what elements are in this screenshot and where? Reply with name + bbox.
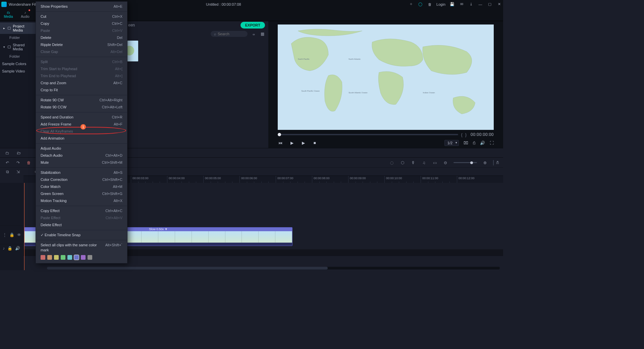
window-maximize[interactable]: ▢	[487, 2, 492, 7]
menu-separator	[36, 206, 127, 206]
horizontal-scrollbar[interactable]	[47, 267, 500, 269]
window-close[interactable]: ✕	[496, 2, 502, 7]
context-menu-item[interactable]: CutCtrl+X	[36, 13, 127, 20]
context-menu-item[interactable]: Crop and ZoomAlt+C	[36, 80, 127, 87]
lock-icon[interactable]: 🔒	[9, 233, 14, 237]
login-link[interactable]: Login	[436, 2, 445, 6]
fullscreen-icon[interactable]: ⛶	[490, 141, 494, 145]
tips-icon[interactable]: ✧	[408, 2, 414, 7]
export-button[interactable]: EXPORT	[240, 22, 265, 29]
filter-icon[interactable]: ⏛	[251, 31, 256, 37]
save-icon[interactable]: 💾	[449, 2, 455, 7]
open-folder-icon[interactable]: 🗀	[5, 150, 10, 156]
ruler-tick: 00:00:07:00	[276, 176, 293, 183]
zoom-slider-handle[interactable]	[470, 161, 473, 164]
search-input-field[interactable]	[218, 32, 241, 36]
context-menu-item[interactable]: Crop to Fit	[36, 87, 127, 94]
color-swatch[interactable]	[81, 255, 86, 260]
context-menu-item[interactable]: Copy EffectCtrl+Alt+C	[36, 207, 127, 214]
color-swatch[interactable]	[41, 255, 45, 260]
zoom-fit-icon[interactable]: ⫚	[493, 160, 498, 165]
video-track-header[interactable]: ⋮ 🔒 👁	[0, 225, 23, 244]
sidebar-item-shared-media[interactable]: ▾Shared Media	[0, 41, 36, 53]
save-project-icon[interactable]: 🗁	[16, 150, 21, 156]
ruler-tick: 00:00:05:00	[203, 176, 221, 183]
volume-icon[interactable]: 🔊	[480, 141, 485, 145]
lock-icon[interactable]: 🔒	[7, 246, 12, 251]
support-icon[interactable]: ◯	[418, 2, 423, 7]
zoom-out-icon[interactable]: ⊖	[443, 160, 448, 165]
context-menu-item[interactable]: Rotate 90 CWCtrl+Alt+Right	[36, 97, 127, 104]
context-menu-item[interactable]: Delete Effect	[36, 221, 127, 229]
sidebar-item-folder[interactable]: Folder	[0, 34, 36, 41]
context-menu-item[interactable]: Select all clips with the same color mar…	[36, 242, 127, 254]
download-icon[interactable]: ⤓	[468, 2, 474, 7]
timeline-playhead[interactable]	[24, 183, 24, 270]
display-icon[interactable]: ⌧	[464, 141, 468, 145]
context-menu-item[interactable]: Color MatchAlt+M	[36, 183, 127, 190]
context-menu-item[interactable]: DeleteDel	[36, 34, 127, 41]
mark-out-icon[interactable]: }	[465, 132, 467, 137]
color-swatch[interactable]	[54, 255, 59, 260]
prev-frame-button[interactable]: ⏮	[278, 140, 283, 146]
zoom-in-icon[interactable]: ⊕	[482, 160, 488, 165]
voiceover-icon[interactable]: 🎙	[411, 160, 416, 165]
crop-icon[interactable]: ▭	[432, 160, 437, 165]
paste-clip-icon[interactable]: ⇲	[15, 169, 21, 174]
track-menu-icon[interactable]: ⋮	[3, 233, 7, 237]
next-frame-button[interactable]: ▶	[301, 140, 306, 146]
context-menu-item[interactable]: Show PropertiesAlt+E	[36, 3, 127, 10]
context-menu-item[interactable]: Ripple DeleteShift+Del	[36, 41, 127, 48]
mail-icon[interactable]: ✉	[459, 2, 464, 7]
sidebar-item-sample-video[interactable]: Sample Video	[0, 67, 36, 75]
color-swatch[interactable]	[74, 255, 79, 260]
menu-separator	[36, 143, 127, 144]
sidebar-item-sample-colors[interactable]: Sample Colors	[0, 60, 36, 67]
scrub-handle[interactable]	[278, 133, 281, 136]
redo-icon[interactable]: ↷	[15, 160, 21, 165]
context-menu-item[interactable]: ✓Enable Timeline Snap	[36, 232, 127, 239]
context-menu-item[interactable]: Rotate 90 CCWCtrl+Alt+Left	[36, 104, 127, 111]
color-swatch[interactable]	[47, 255, 52, 260]
audio-track-header[interactable]: ♪ 🔒 🔊	[0, 244, 23, 252]
scrollbar-thumb[interactable]	[47, 267, 328, 269]
mode-tab-audio[interactable]: ♪ Audio	[17, 8, 34, 21]
scrub-slider[interactable]	[278, 134, 458, 135]
context-menu-item[interactable]: Detach AudioCtrl+Alt+D	[36, 152, 127, 159]
stop-button[interactable]: ■	[312, 140, 317, 146]
context-menu-item[interactable]: Green ScreenCtrl+Shift+G	[36, 190, 127, 197]
play-button[interactable]: ▶	[289, 140, 294, 146]
sidebar-item-folder2[interactable]: Folder	[0, 53, 36, 60]
preview-quality-select[interactable]: 1/2	[444, 140, 459, 146]
color-swatch[interactable]	[67, 255, 72, 260]
context-menu-item[interactable]: Speed and DurationCtrl+R	[36, 114, 127, 121]
zoom-slider[interactable]	[453, 162, 477, 163]
render-icon[interactable]: ◌	[389, 160, 394, 165]
preview-canvas[interactable]: South Pacific Ocean South Atlantic Ocean…	[278, 24, 494, 130]
undo-icon[interactable]: ↶	[5, 160, 10, 165]
delete-icon[interactable]: 🗑	[26, 160, 32, 165]
search-input[interactable]: ⌕	[211, 31, 248, 37]
snapshot-icon[interactable]: ⎙	[473, 141, 475, 145]
grid-view-icon[interactable]: ▦	[260, 31, 265, 37]
audio-mixer-icon[interactable]: ♫	[421, 160, 427, 165]
marker-icon[interactable]: ⬡	[400, 160, 405, 165]
eye-icon[interactable]: 👁	[17, 233, 21, 237]
context-menu-item[interactable]: Adjust Audio	[36, 145, 127, 152]
context-menu-item[interactable]: Add Animation	[36, 135, 127, 142]
sidebar-item-label: Project Media	[13, 24, 33, 32]
context-menu-item[interactable]: CopyCtrl+C	[36, 20, 127, 27]
mode-tab-media[interactable]: 🗀 Media	[0, 8, 17, 21]
color-swatch[interactable]	[88, 255, 92, 260]
color-swatch[interactable]	[61, 255, 65, 260]
context-menu-item[interactable]: Motion TrackingAlt+X	[36, 197, 127, 204]
window-minimize[interactable]: —	[478, 2, 483, 7]
sidebar-item-project-media[interactable]: ▸Project Media	[0, 22, 36, 34]
context-menu-item[interactable]: MuteCtrl+Shift+M	[36, 159, 127, 166]
context-menu-item[interactable]: StabilizationAlt+S	[36, 169, 127, 176]
volume-icon[interactable]: 🔊	[15, 246, 20, 251]
mark-in-icon[interactable]: {	[461, 132, 462, 137]
gift-icon[interactable]: 🗑	[427, 2, 432, 7]
context-menu-item[interactable]: Color CorrectionCtrl+Shift+C	[36, 176, 127, 183]
copy-clip-icon[interactable]: ⧉	[5, 169, 10, 174]
